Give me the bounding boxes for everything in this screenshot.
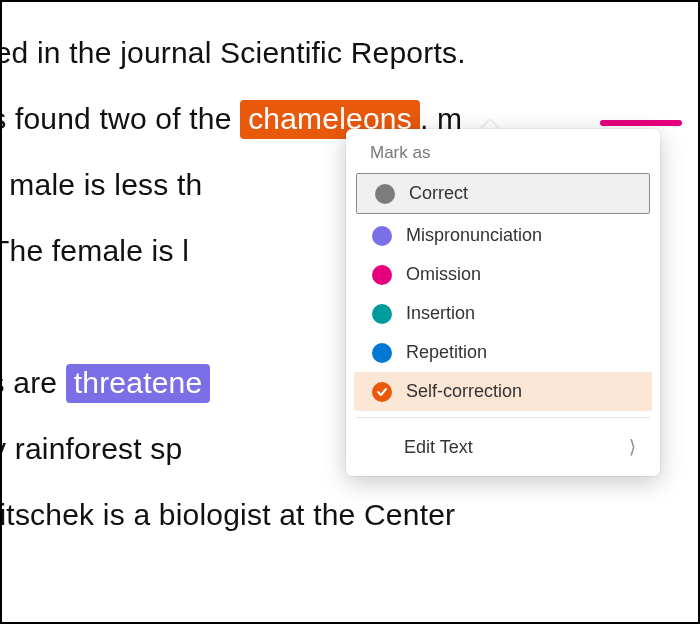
text-fragment: many rainforest sp [0,432,182,465]
menu-item-mispronunciation[interactable]: Mispronunciation [354,216,652,255]
menu-item-label: Edit Text [404,437,473,458]
app-frame: blished in the journal Scientific Report… [0,0,700,624]
text-line: blished in the journal Scientific Report… [0,20,700,86]
menu-item-label: Correct [409,183,468,204]
text-fragment: chers found two of the [0,102,240,135]
menu-item-edit-text[interactable]: Edit Text ⟩ [352,424,654,472]
text-fragment: leons are [0,366,66,399]
text-fragment: rtip. The female is l [0,234,189,267]
highlight-mispronunciation[interactable]: threatene [66,364,211,403]
chevron-right-icon: ⟩ [629,436,636,458]
menu-item-correct[interactable]: Correct [356,173,650,214]
menu-divider [356,417,650,418]
text-fragment: Hawlitschek is a biologist at the Center [0,498,455,531]
mark-as-menu: Mark as Correct Mispronunciation Omissio… [346,129,660,476]
menu-header: Mark as [352,143,654,173]
text-fragment: . The male is less th [0,168,202,201]
dot-icon [372,226,392,246]
text-fragment: blished in the journal Scientific Report… [0,36,466,69]
menu-item-label: Insertion [406,303,475,324]
dot-icon [375,184,395,204]
menu-item-omission[interactable]: Omission [354,255,652,294]
menu-item-label: Omission [406,264,481,285]
menu-item-label: Self-correction [406,381,522,402]
omission-underline-fragment [600,120,682,126]
dot-icon [372,343,392,363]
menu-item-repetition[interactable]: Repetition [354,333,652,372]
check-icon [372,382,392,402]
menu-item-self-correction[interactable]: Self-correction [354,372,652,411]
menu-item-insertion[interactable]: Insertion [354,294,652,333]
dot-icon [372,265,392,285]
menu-item-label: Mispronunciation [406,225,542,246]
dot-icon [372,304,392,324]
text-line: Hawlitschek is a biologist at the Center [0,482,700,548]
menu-item-label: Repetition [406,342,487,363]
